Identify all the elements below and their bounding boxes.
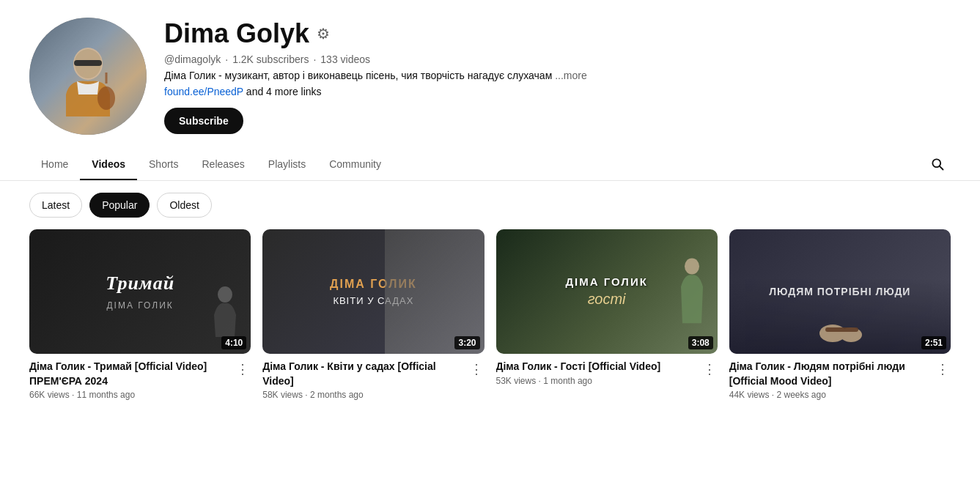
- video-info: Діма Голик - Гості [Official Video] 53K …: [496, 360, 718, 386]
- video-count: 133 videos: [320, 53, 370, 65]
- video-info: Діма Голик - Людям потрібні люди [Offici…: [729, 360, 951, 400]
- channel-description: Діма Голик - музикант, автор і виконавец…: [164, 70, 587, 81]
- filter-oldest[interactable]: Oldest: [157, 193, 211, 218]
- channel-links: found.ee/PneedP and 4 more links: [164, 86, 587, 97]
- video-more-button[interactable]: ⋮: [468, 360, 485, 377]
- description-more-link[interactable]: ...more: [555, 70, 587, 81]
- channel-name-row: Dima Golyk ⚙: [164, 18, 587, 49]
- verified-icon: ⚙: [317, 25, 330, 42]
- channel-nav: Home Videos Shorts Releases Playlists Co…: [0, 149, 980, 181]
- video-more-button[interactable]: ⋮: [935, 360, 951, 377]
- video-info: Діма Голик - Тримай [Official Video] ПРЕ…: [29, 360, 251, 400]
- channel-avatar: [29, 18, 147, 135]
- channel-info: Dima Golyk ⚙ @dimagolyk · 1.2K subscribe…: [164, 18, 587, 134]
- tab-releases[interactable]: Releases: [190, 149, 256, 180]
- video-thumbnail: ЛЮДЯМ ПОТРІБНІ ЛЮДИ 2:51: [729, 229, 951, 354]
- video-card[interactable]: Тримай ДІМА ГОЛИК 4:10 Діма Голик - Трим…: [29, 229, 251, 400]
- video-more-button[interactable]: ⋮: [701, 360, 718, 377]
- channel-header: Dima Golyk ⚙ @dimagolyk · 1.2K subscribe…: [0, 0, 980, 149]
- video-meta: 66K views · 11 months ago: [29, 390, 229, 400]
- channel-handle: @dimagolyk: [164, 53, 221, 65]
- video-title: Діма Голик - Людям потрібні люди [Offici…: [729, 360, 929, 388]
- svg-line-7: [940, 166, 943, 169]
- svg-point-8: [218, 286, 232, 303]
- thumb-title-1: Тримай: [106, 273, 174, 294]
- additional-links: and 4 more links: [246, 86, 322, 97]
- svg-point-4: [97, 86, 115, 110]
- subscribe-button[interactable]: Subscribe: [164, 108, 243, 134]
- channel-name: Dima Golyk: [164, 18, 309, 49]
- svg-rect-12: [825, 327, 858, 332]
- filter-bar: Latest Popular Oldest: [0, 181, 980, 229]
- duration-badge: 3:08: [688, 336, 713, 349]
- channel-external-link[interactable]: found.ee/PneedP: [164, 86, 243, 97]
- filter-popular[interactable]: Popular: [89, 193, 150, 218]
- subscriber-count: 1.2K subscribers: [232, 53, 309, 65]
- search-icon[interactable]: [924, 151, 951, 179]
- tab-home[interactable]: Home: [29, 149, 80, 180]
- tab-playlists[interactable]: Playlists: [257, 149, 317, 180]
- tab-shorts[interactable]: Shorts: [137, 149, 190, 180]
- duration-badge: 3:20: [454, 336, 479, 349]
- video-title: Діма Голик - Квіти у садах [Official Vid…: [262, 360, 462, 388]
- channel-meta: @dimagolyk · 1.2K subscribers · 133 vide…: [164, 53, 587, 65]
- video-title: Діма Голик - Гості [Official Video]: [496, 360, 696, 374]
- video-thumbnail: ДІМА ГОЛИК гості 3:08: [496, 229, 718, 354]
- video-card[interactable]: ЛЮДЯМ ПОТРІБНІ ЛЮДИ 2:51 Діма Голик - Лю…: [729, 229, 951, 400]
- video-thumbnail: ДІМА ГОЛИК КВІТИ У САДАХ 3:20: [262, 229, 484, 354]
- svg-rect-3: [74, 60, 102, 66]
- video-meta: 53K views · 1 month ago: [496, 376, 696, 386]
- tab-community[interactable]: Community: [317, 149, 393, 180]
- video-card[interactable]: ДІМА ГОЛИК гості 3:08 Діма Голик - Гості…: [496, 229, 718, 400]
- video-card[interactable]: ДІМА ГОЛИК КВІТИ У САДАХ 3:20 Діма Голик…: [262, 229, 484, 400]
- svg-point-9: [685, 259, 699, 275]
- duration-badge: 4:10: [221, 336, 246, 349]
- video-info: Діма Голик - Квіти у садах [Official Vid…: [262, 360, 484, 400]
- video-meta: 58K views · 2 months ago: [262, 390, 462, 400]
- video-grid: Тримай ДІМА ГОЛИК 4:10 Діма Голик - Трим…: [0, 229, 980, 423]
- video-title: Діма Голик - Тримай [Official Video] ПРЕ…: [29, 360, 229, 388]
- duration-badge: 2:51: [921, 336, 946, 349]
- filter-latest[interactable]: Latest: [29, 193, 82, 218]
- video-thumbnail: Тримай ДІМА ГОЛИК 4:10: [29, 229, 251, 354]
- video-more-button[interactable]: ⋮: [235, 360, 251, 377]
- video-meta: 44K views · 2 weeks ago: [729, 390, 929, 400]
- tab-videos[interactable]: Videos: [80, 149, 137, 180]
